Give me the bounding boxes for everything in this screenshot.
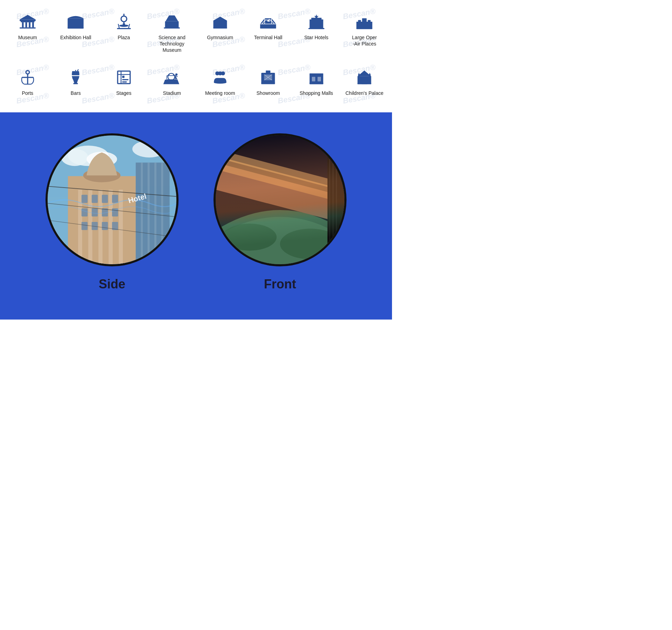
svg-rect-32 — [260, 27, 276, 29]
gymnasium-icon — [211, 13, 229, 31]
large-open-item[interactable]: Large Oper -Air Places — [341, 7, 389, 59]
svg-rect-121 — [148, 162, 150, 264]
svg-rect-22 — [164, 27, 180, 28]
childrens-item[interactable]: Children's Palace — [341, 63, 389, 102]
svg-rect-87 — [362, 78, 367, 84]
svg-rect-133 — [332, 135, 334, 264]
svg-line-19 — [118, 24, 119, 29]
terminal-label: Terminal Hall — [254, 34, 282, 41]
svg-rect-117 — [102, 222, 108, 230]
plaza-item[interactable]: Plaza — [100, 7, 148, 59]
showroom-icon — [259, 68, 277, 86]
svg-rect-39 — [315, 21, 318, 24]
bar-icon — [66, 68, 85, 86]
svg-rect-66 — [122, 81, 127, 82]
bars-item[interactable]: Bars — [52, 63, 100, 102]
childrens-icon — [355, 68, 373, 86]
museum-icon — [19, 13, 37, 31]
svg-rect-51 — [362, 18, 367, 22]
front-label: Front — [264, 277, 296, 292]
side-svg: Hotel — [48, 135, 176, 264]
svg-point-73 — [214, 81, 226, 84]
svg-rect-42 — [311, 18, 321, 20]
shopping-label: Shopping Malls — [300, 90, 333, 96]
star-hotels-item[interactable]: Star Hotels — [292, 7, 341, 59]
science-icon — [163, 13, 181, 31]
svg-point-69 — [175, 73, 178, 76]
svg-line-20 — [128, 24, 130, 29]
stadium-icon — [163, 68, 181, 86]
showroom-item[interactable]: Showroom — [244, 63, 293, 102]
museum-item[interactable]: Museum — [4, 7, 52, 59]
star-hotels-label: Star Hotels — [304, 34, 328, 41]
svg-rect-64 — [122, 76, 125, 78]
svg-point-13 — [121, 16, 127, 22]
exhibition-hall-item[interactable]: Exhibition Hall — [52, 7, 100, 59]
svg-rect-107 — [82, 195, 88, 203]
side-circle: Hotel — [46, 133, 178, 266]
svg-rect-27 — [174, 23, 177, 26]
svg-marker-94 — [369, 73, 371, 75]
svg-rect-9 — [68, 27, 84, 28]
meeting-label: Meeting room — [205, 90, 235, 96]
svg-rect-83 — [317, 77, 321, 81]
front-container: Front — [214, 133, 346, 292]
side-label: Side — [99, 277, 125, 292]
svg-rect-1 — [20, 27, 36, 28]
stages-label: Stages — [116, 90, 132, 96]
large-open-label: Large Oper -Air Places — [352, 34, 377, 47]
svg-rect-89 — [358, 78, 361, 81]
svg-rect-48 — [366, 23, 368, 27]
stages-icon — [115, 68, 133, 86]
svg-rect-5 — [29, 22, 30, 28]
svg-rect-84 — [309, 73, 323, 75]
stadium-label: Stadium — [163, 90, 181, 96]
svg-rect-45 — [357, 28, 373, 29]
svg-rect-10 — [70, 21, 73, 25]
svg-point-129 — [222, 224, 276, 251]
svg-rect-122 — [154, 162, 156, 264]
svg-rect-82 — [312, 77, 315, 81]
terminal-item[interactable]: Terminal Hall — [244, 7, 293, 59]
front-image — [216, 135, 344, 264]
svg-rect-17 — [123, 23, 125, 26]
plaza-icon — [115, 13, 133, 31]
shopping-item[interactable]: Shopping Malls — [292, 63, 341, 102]
svg-rect-108 — [92, 195, 98, 203]
meeting-item[interactable]: Meeting room — [196, 63, 244, 102]
svg-point-72 — [218, 71, 222, 75]
svg-rect-46 — [359, 23, 361, 27]
circles-row: Hotel Side — [46, 133, 346, 292]
science-label: Science and Technology Museum — [151, 34, 194, 54]
svg-rect-132 — [329, 135, 330, 264]
svg-rect-31 — [213, 27, 227, 28]
svg-rect-110 — [112, 195, 118, 203]
childrens-label: Children's Palace — [345, 90, 384, 96]
terminal-icon — [259, 13, 277, 31]
science-tech-item[interactable]: Science and Technology Museum — [148, 7, 196, 59]
museum-label: Museum — [18, 34, 37, 41]
stages-item[interactable]: Stages — [100, 63, 148, 102]
svg-rect-75 — [261, 82, 275, 84]
svg-rect-65 — [122, 79, 128, 80]
svg-point-99 — [132, 140, 166, 157]
plaza-label: Plaza — [118, 34, 130, 41]
svg-rect-25 — [167, 23, 170, 26]
svg-rect-58 — [74, 83, 78, 84]
svg-rect-135 — [216, 135, 328, 264]
svg-rect-50 — [358, 20, 361, 22]
svg-point-67 — [168, 73, 175, 80]
svg-rect-2 — [20, 20, 36, 21]
large-open-icon — [355, 13, 373, 31]
svg-rect-91 — [358, 74, 360, 77]
svg-rect-26 — [171, 23, 173, 26]
icon-grid-row1: Museum Exhibition Hall — [4, 7, 388, 59]
ports-item[interactable]: Ports — [4, 63, 52, 102]
svg-rect-109 — [102, 195, 108, 203]
svg-rect-52 — [368, 20, 371, 22]
gymnasium-item[interactable]: Gymnasium — [196, 7, 244, 59]
bars-label: Bars — [71, 90, 81, 96]
svg-rect-111 — [82, 208, 88, 216]
stadium-item[interactable]: Stadium — [148, 63, 196, 102]
svg-rect-79 — [266, 70, 271, 73]
